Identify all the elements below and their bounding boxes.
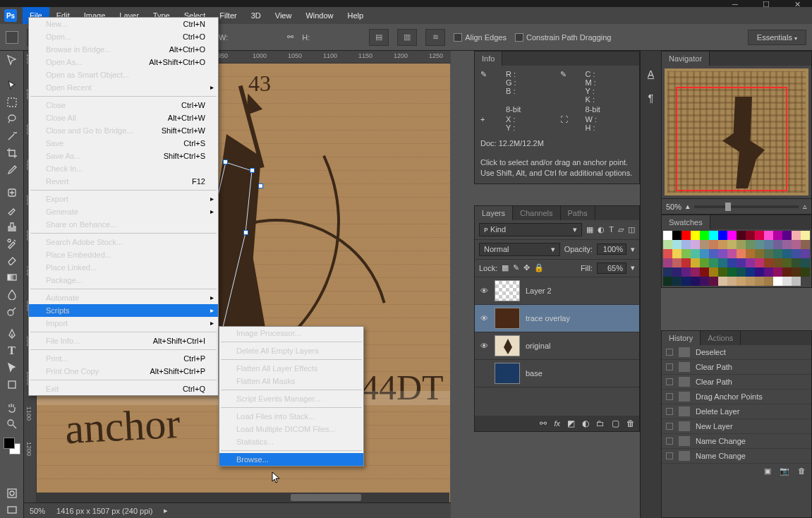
visibility-icon[interactable]: 👁 [479,287,489,295]
history-step[interactable]: Clear Path [662,360,811,375]
gradient-tool[interactable] [4,270,20,285]
swatch[interactable] [718,231,727,240]
horizontal-scrollbar[interactable] [37,493,449,502]
direct-select-tool[interactable] [4,78,20,93]
swatch[interactable] [663,231,672,240]
menuitem-script-events-manager[interactable]: Script Events Manager... [219,392,363,405]
swatch[interactable] [755,267,764,277]
quickmask-toggle[interactable] [4,486,20,501]
layer-row[interactable]: 👁Layer 2 [475,277,639,305]
tool-preset-icon[interactable] [6,31,18,44]
swatch[interactable] [700,267,709,277]
swatch[interactable] [681,240,691,249]
swatch[interactable] [782,277,792,286]
swatch[interactable] [782,249,792,258]
swatch[interactable] [681,258,691,267]
layer-thumbnail[interactable] [495,308,520,329]
zoom-slider[interactable] [694,205,799,208]
swatch[interactable] [681,249,691,258]
swatch[interactable] [782,240,792,249]
history-checkbox[interactable] [666,423,673,430]
swatch[interactable] [764,249,773,258]
swatch[interactable] [782,231,792,240]
swatch[interactable] [801,240,810,249]
menuitem-search-adobe-stock[interactable]: Search Adobe Stock... [29,236,218,248]
swatch[interactable] [700,231,709,240]
history-step[interactable]: New Layer [662,419,811,434]
close-button[interactable]: ✕ [788,0,806,9]
navigator-tab[interactable]: Navigator [662,52,710,66]
history-step[interactable]: Deselect [662,345,811,360]
swatch[interactable] [672,240,681,249]
channels-tab[interactable]: Channels [513,206,560,220]
menuitem-save-as[interactable]: Save As...Shift+Ctrl+S [29,150,218,162]
swatch[interactable] [709,258,718,267]
swatch[interactable] [672,249,681,258]
swatch[interactable] [801,258,810,267]
maximize-button[interactable]: ☐ [757,0,775,9]
info-tab[interactable]: Info [475,52,502,66]
swatch[interactable] [709,277,718,286]
filter-type-icon[interactable]: T [609,225,614,234]
snapshot-icon[interactable]: 📷 [780,466,789,476]
swatch[interactable] [737,277,746,286]
swatch[interactable] [737,258,746,267]
swatch[interactable] [773,258,782,267]
menu-window[interactable]: Window [298,7,340,24]
swatch[interactable] [691,258,700,267]
swatch[interactable] [718,258,727,267]
menu-3d[interactable]: 3D [244,7,268,24]
swatch[interactable] [709,249,718,258]
swatch[interactable] [792,240,801,249]
history-step[interactable]: Clear Path [662,375,811,390]
swatch[interactable] [773,240,782,249]
swatch[interactable] [801,231,810,240]
lock-pixels-icon[interactable]: ✎ [513,263,519,272]
zoom-tool[interactable] [4,416,20,432]
history-step[interactable]: Name Change [662,434,811,449]
dodge-tool[interactable] [4,303,20,319]
zoom-out-icon[interactable]: ▴ [686,202,690,211]
blur-tool[interactable] [4,287,20,302]
history-brush-tool[interactable] [4,236,20,251]
menuitem-flatten-all-layer-effects[interactable]: Flatten All Layer Effects [219,362,363,375]
swatch[interactable] [755,231,764,240]
constrain-checkbox[interactable] [515,33,523,42]
align-icon1[interactable]: ▤ [369,29,389,46]
swatch[interactable] [764,240,773,249]
status-zoom[interactable]: 50% [30,507,45,515]
swatch[interactable] [782,258,792,267]
swatch[interactable] [672,277,681,286]
history-doc-icon[interactable]: ▣ [764,466,771,476]
zoom-in-icon[interactable]: ▵ [803,202,807,211]
menuitem-load-files-into-stack[interactable]: Load Files into Stack... [219,410,363,423]
filter-smart-icon[interactable]: ◫ [628,225,635,234]
lasso-tool[interactable] [4,112,20,127]
swatch[interactable] [718,277,727,286]
swatch[interactable] [672,267,681,277]
trash-icon[interactable]: 🗑 [626,418,635,428]
paths-tab[interactable]: Paths [561,206,595,220]
menuitem-image-processor[interactable]: Image Processor... [219,327,363,339]
swatch[interactable] [773,277,782,286]
menuitem-open-as-smart-object[interactable]: Open as Smart Object... [29,68,218,81]
swatch[interactable] [727,267,737,277]
swatch[interactable] [801,249,810,258]
workspace-switcher[interactable]: Essentials ▾ [748,30,806,45]
swatch[interactable] [755,240,764,249]
link-icon[interactable]: ⚯ [287,32,293,42]
opacity-value[interactable]: 100% [597,243,626,255]
swatch[interactable] [663,267,672,277]
swatch[interactable] [663,258,672,267]
link-layers-icon[interactable]: ⚯ [540,418,547,428]
character-icon[interactable]: A [645,68,658,80]
swatch[interactable] [691,240,700,249]
menuitem-exit[interactable]: ExitCtrl+Q [29,383,218,395]
swatch[interactable] [773,249,782,258]
swatch[interactable] [746,258,755,267]
fx-icon[interactable]: fx [554,418,560,428]
zoom-value[interactable]: 50% [666,203,681,211]
navigator-view[interactable] [665,68,808,195]
swatch[interactable] [663,240,672,249]
swatch[interactable] [691,231,700,240]
